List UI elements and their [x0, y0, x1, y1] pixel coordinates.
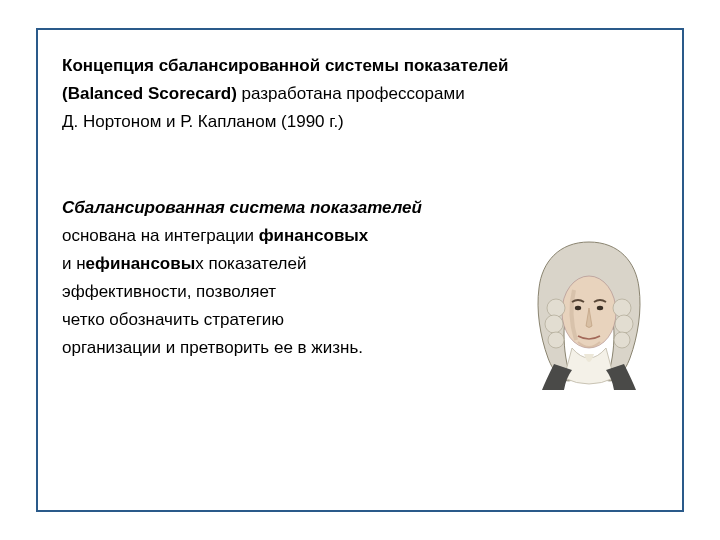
svg-point-4	[545, 315, 563, 333]
para2-line1-bolditalic: Сбалансированная система показателей	[62, 198, 422, 217]
para2-line3-post: х показателей	[195, 254, 306, 273]
para1-line3: Д. Нортоном и Р. Капланом (1990 г.)	[62, 108, 658, 136]
svg-point-2	[597, 306, 603, 310]
svg-point-7	[615, 315, 633, 333]
svg-point-3	[547, 299, 565, 317]
portrait-image	[514, 230, 664, 390]
para1-line2-bold: (Balanced Scorecard)	[62, 84, 242, 103]
para1-line1: Концепция сбалансированной системы показ…	[62, 52, 658, 80]
svg-point-1	[575, 306, 581, 310]
content-card: Концепция сбалансированной системы показ…	[36, 28, 684, 512]
para2-line1: Сбалансированная система показателей	[62, 194, 658, 222]
portrait-icon	[514, 230, 664, 390]
para2-line3-bold: ефинансовы	[86, 254, 196, 273]
para1-line2-plain: разработана профессорами	[242, 84, 465, 103]
para2-line2-bold: финансовых	[259, 226, 369, 245]
svg-point-6	[613, 299, 631, 317]
paragraph-spacer	[62, 140, 658, 194]
svg-point-8	[614, 332, 630, 348]
paragraph-1: Концепция сбалансированной системы показ…	[62, 52, 658, 136]
para1-line2: (Balanced Scorecard) разработана професс…	[62, 80, 658, 108]
para1-line1-bold: Концепция сбалансированной системы показ…	[62, 56, 508, 75]
para2-line2-pre: основана на интеграции	[62, 226, 259, 245]
para2-line3-pre: и н	[62, 254, 86, 273]
svg-point-5	[548, 332, 564, 348]
